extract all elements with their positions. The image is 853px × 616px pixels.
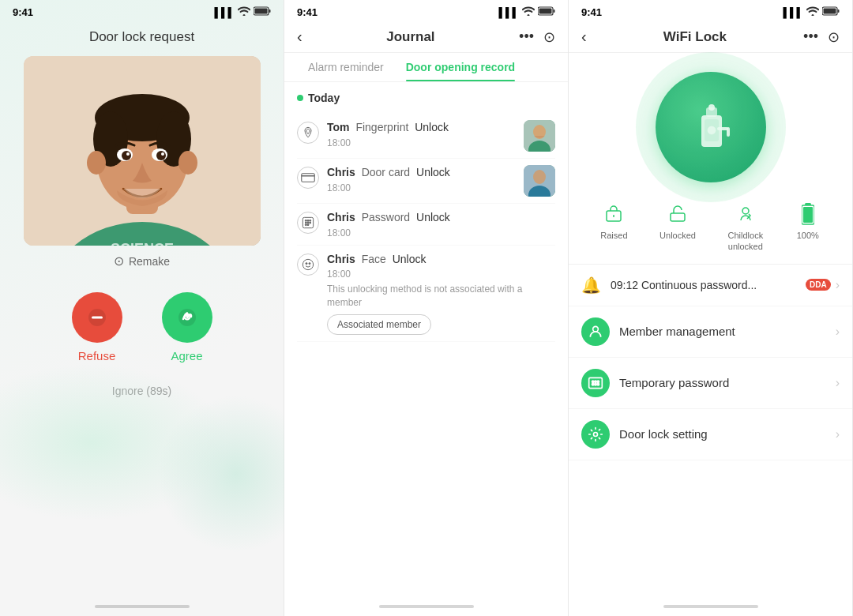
more-icon3[interactable]: •••	[803, 28, 818, 45]
person-photo-card: SCIENCE	[24, 56, 261, 246]
entry-time-chris-face: 18:00	[327, 269, 555, 280]
svg-point-12	[178, 151, 197, 175]
svg-point-18	[161, 152, 164, 156]
camera-icon: ⊙	[114, 254, 124, 269]
status-bar-panel3: 9:41 ▌▌▌	[569, 0, 852, 21]
svg-point-69	[595, 383, 597, 385]
entry-action: Unlock	[415, 121, 449, 133]
target-icon[interactable]: ⊙	[543, 28, 555, 46]
back-button-journal[interactable]: ‹	[297, 28, 302, 46]
agree-button[interactable]: Agree	[162, 292, 212, 362]
temporary-password-label: Temporary password	[619, 376, 836, 389]
today-dot	[297, 95, 303, 101]
svg-point-44	[306, 262, 307, 264]
journal-nav-icons: ••• ⊙	[519, 28, 555, 46]
remake-row[interactable]: ⊙ Remake	[114, 254, 170, 269]
entry-details-chris-face: Chris Face Unlock 18:00 This unlocking m…	[327, 252, 555, 335]
panel-door-lock-request: 9:41 ▌▌▌ Door lock request	[0, 0, 284, 616]
journal-entry-tom-fingerprint: Tom Fingerprint Unlock 18:00	[297, 114, 555, 159]
childlock-label: Childlock unlocked	[728, 230, 764, 253]
battery-percent-label: 100%	[797, 230, 819, 241]
fingerprint-icon	[297, 122, 319, 144]
svg-point-45	[309, 262, 310, 264]
svg-point-66	[595, 381, 597, 383]
signal-icon2: ▌▌▌	[498, 7, 519, 18]
raised-label: Raised	[600, 230, 627, 241]
wifi-lock-nav-bar: ‹ WiFi Lock ••• ⊙	[569, 21, 852, 53]
actions-row: Refuse Agree	[72, 292, 212, 362]
alert-badge: DDA	[806, 279, 831, 291]
svg-point-70	[597, 383, 599, 385]
ignore-text[interactable]: Ignore (89s)	[112, 385, 171, 397]
member-management-label: Member management	[619, 325, 836, 338]
entry-details-tom: Tom Fingerprint Unlock 18:00	[327, 120, 516, 148]
chevron-right-member: ›	[836, 325, 840, 339]
svg-point-39	[307, 222, 309, 223]
temporary-password-right: ›	[836, 376, 840, 390]
page-title-panel1: Door lock request	[89, 29, 194, 45]
svg-point-63	[593, 326, 599, 332]
alert-text: 09:12 Continuous password...	[611, 279, 806, 291]
svg-point-36	[307, 220, 309, 221]
member-management-icon	[581, 317, 610, 346]
door-lock-setting-icon	[581, 420, 610, 449]
refuse-button[interactable]: Refuse	[72, 292, 122, 362]
panel-journal: 9:41 ▌▌▌ ‹ Journal ••• ⊙ Alarm reminder …	[284, 0, 569, 616]
wifi-icon	[238, 6, 250, 18]
target-icon3[interactable]: ⊙	[828, 28, 840, 46]
menu-item-door-lock-setting[interactable]: Door lock setting ›	[569, 409, 852, 460]
bell-icon: 🔔	[581, 276, 601, 295]
svg-point-41	[305, 224, 306, 226]
svg-point-68	[592, 383, 594, 385]
panel-wifi-lock: 9:41 ▌▌▌ ‹ WiFi Lock ••• ⊙	[569, 0, 853, 616]
svg-rect-58	[671, 213, 685, 221]
signal-icon: ▌▌▌	[214, 7, 235, 18]
battery-icon3	[822, 6, 840, 18]
lock-visual	[569, 53, 852, 195]
svg-point-32	[533, 170, 546, 184]
wifi-lock-title: WiFi Lock	[663, 29, 727, 45]
associated-member-button[interactable]: Associated member	[327, 314, 431, 335]
svg-rect-29	[302, 174, 315, 182]
menu-item-member-management[interactable]: Member management ›	[569, 306, 852, 358]
journal-title: Journal	[386, 29, 434, 45]
tab-door-opening-record[interactable]: Door opening record	[395, 53, 526, 81]
journal-tab-bar: Alarm reminder Door opening record	[284, 53, 568, 82]
more-icon[interactable]: •••	[519, 28, 534, 45]
menu-item-temporary-password[interactable]: Temporary password ›	[569, 358, 852, 409]
svg-rect-1	[255, 9, 268, 14]
refuse-label: Refuse	[78, 349, 116, 362]
back-button-wifi-lock[interactable]: ‹	[581, 28, 587, 46]
chevron-right-setting: ›	[836, 427, 840, 441]
svg-rect-24	[539, 9, 552, 14]
entry-time-chris-card: 18:00	[327, 182, 516, 193]
svg-rect-47	[824, 9, 836, 14]
status-unlocked: Unlocked	[659, 201, 696, 253]
entry-name-chris-pwd: Chris	[327, 211, 355, 223]
svg-rect-25	[554, 9, 555, 13]
tab-alarm-reminder[interactable]: Alarm reminder	[297, 53, 395, 81]
svg-point-67	[597, 381, 599, 383]
alert-continuous-password[interactable]: 🔔 09:12 Continuous password... DDA ›	[569, 265, 852, 306]
wifi-icon3	[806, 6, 819, 18]
svg-rect-62	[803, 207, 813, 223]
entry-action-chris-card: Unlock	[416, 166, 450, 178]
entry-time-chris-pwd: 18:00	[327, 227, 555, 239]
entry-method-chris-face: Face	[362, 253, 389, 265]
battery-icon	[254, 6, 271, 18]
journal-nav-bar: ‹ Journal ••• ⊙	[284, 21, 568, 53]
status-bar-panel1: 9:41 ▌▌▌	[0, 0, 284, 21]
time-panel3: 9:41	[581, 6, 602, 18]
person-image: SCIENCE	[24, 56, 261, 246]
svg-point-35	[305, 220, 306, 221]
svg-point-42	[307, 224, 309, 226]
refuse-circle	[72, 292, 122, 343]
entry-name: Tom	[327, 121, 350, 133]
status-raised: Raised	[600, 201, 627, 253]
svg-point-17	[126, 152, 130, 156]
svg-point-38	[305, 222, 306, 223]
panel1-content: Door lock request SCIENCE	[0, 21, 284, 597]
agree-label: Agree	[171, 349, 202, 362]
battery-status-icon	[795, 201, 821, 227]
door-lock-setting-right: ›	[836, 427, 840, 441]
